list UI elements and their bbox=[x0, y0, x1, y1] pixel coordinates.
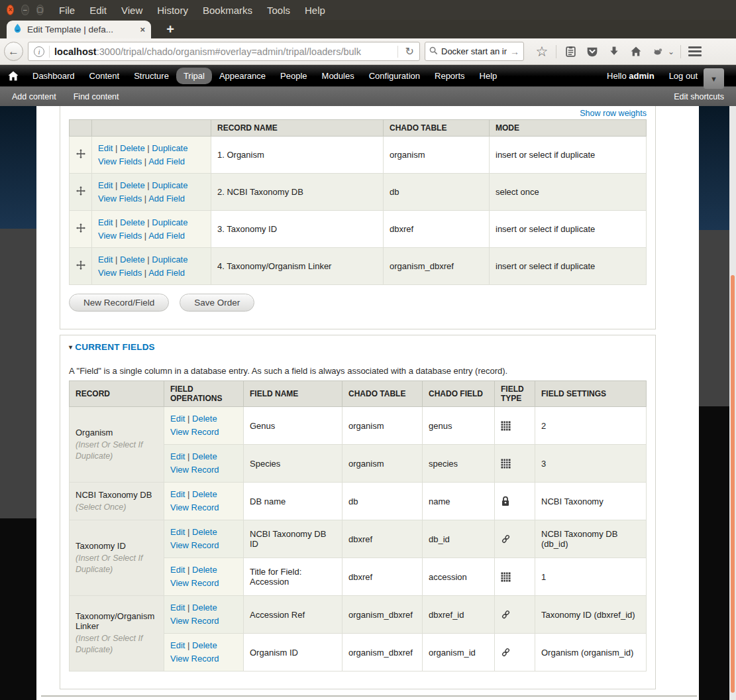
shortcut-add-content[interactable]: Add content bbox=[12, 92, 56, 101]
duplicate-link[interactable]: Duplicate bbox=[152, 217, 187, 227]
edit-link[interactable]: Edit bbox=[170, 414, 185, 424]
edit-shortcuts-link[interactable]: Edit shortcuts bbox=[674, 92, 724, 101]
url-bar[interactable]: i localhost:3000/tripal/chado/organism#o… bbox=[28, 42, 420, 61]
menu-tools[interactable]: Tools bbox=[260, 5, 297, 16]
edit-link[interactable]: Edit bbox=[170, 565, 185, 575]
save-order-button[interactable]: Save Order bbox=[180, 294, 254, 312]
delete-link[interactable]: Delete bbox=[192, 527, 217, 537]
delete-link[interactable]: Delete bbox=[120, 217, 145, 227]
toolbar-item-modules[interactable]: Modules bbox=[315, 68, 362, 84]
view-record-link[interactable]: View Record bbox=[170, 502, 219, 512]
edit-link[interactable]: Edit bbox=[98, 143, 113, 153]
new-record-field-button[interactable]: New Record/Field bbox=[69, 294, 169, 312]
edit-link[interactable]: Edit bbox=[170, 489, 185, 499]
toolbar-toggle-button[interactable]: ▼ bbox=[704, 68, 724, 89]
chevron-down-icon[interactable]: ⌄ bbox=[668, 47, 674, 56]
edit-link[interactable]: Edit bbox=[98, 217, 113, 227]
shortcut-find-content[interactable]: Find content bbox=[74, 92, 119, 101]
toolbar-item-tripal[interactable]: Tripal bbox=[176, 68, 212, 84]
view-record-link[interactable]: View Record bbox=[170, 616, 219, 626]
menu-help[interactable]: Help bbox=[297, 5, 333, 16]
delete-link[interactable]: Delete bbox=[192, 565, 217, 575]
view-record-link[interactable]: View Record bbox=[170, 427, 219, 437]
show-row-weights-link[interactable]: Show row weights bbox=[580, 109, 647, 118]
bookmarks-menu-icon[interactable] bbox=[562, 44, 578, 60]
delete-link[interactable]: Delete bbox=[120, 255, 145, 264]
edit-link[interactable]: Edit bbox=[98, 180, 113, 190]
toolbar-item-help[interactable]: Help bbox=[472, 68, 505, 84]
toolbar-item-configuration[interactable]: Configuration bbox=[362, 68, 427, 84]
add-field-link[interactable]: Add Field bbox=[148, 156, 185, 166]
tab-close-icon[interactable]: × bbox=[140, 25, 145, 34]
add-field-link[interactable]: Add Field bbox=[148, 231, 185, 241]
view-fields-link[interactable]: View Fields bbox=[98, 268, 142, 278]
drag-handle-icon[interactable] bbox=[70, 137, 92, 174]
window-maximize-button[interactable]: ▢ bbox=[36, 5, 44, 15]
toolbar-item-reports[interactable]: Reports bbox=[427, 68, 472, 84]
edit-link[interactable]: Edit bbox=[98, 255, 113, 264]
menu-edit[interactable]: Edit bbox=[82, 5, 114, 16]
toolbar-item-people[interactable]: People bbox=[273, 68, 314, 84]
edit-link[interactable]: Edit bbox=[170, 603, 185, 612]
record-row: Edit | Delete | Duplicate View Fields | … bbox=[70, 248, 647, 285]
edit-link[interactable]: Edit bbox=[170, 527, 185, 537]
admin-home-icon[interactable] bbox=[8, 71, 19, 81]
delete-link[interactable]: Delete bbox=[192, 451, 217, 461]
browser-tab[interactable]: Edit Template | defa... × bbox=[7, 21, 151, 38]
logout-link[interactable]: Log out bbox=[669, 71, 698, 81]
back-button[interactable]: ← bbox=[4, 42, 23, 61]
delete-link[interactable]: Delete bbox=[192, 603, 217, 612]
menu-history[interactable]: History bbox=[150, 5, 195, 16]
add-field-link[interactable]: Add Field bbox=[148, 194, 185, 204]
menu-file[interactable]: File bbox=[52, 5, 82, 16]
delete-link[interactable]: Delete bbox=[120, 143, 145, 153]
url-path: :3000/tripal/chado/organism#overlay=admi… bbox=[97, 46, 361, 57]
window-minimize-button[interactable]: – bbox=[21, 5, 28, 15]
home-icon[interactable] bbox=[628, 44, 644, 60]
addons-icon[interactable] bbox=[650, 44, 666, 60]
record-name-cell: 2. NCBI Taxonomy DB bbox=[211, 174, 384, 211]
menu-bookmarks[interactable]: Bookmarks bbox=[195, 5, 260, 16]
new-tab-button[interactable]: + bbox=[159, 22, 182, 38]
delete-link[interactable]: Delete bbox=[192, 640, 217, 650]
window-close-button[interactable]: × bbox=[7, 5, 14, 15]
view-record-link[interactable]: View Record bbox=[170, 654, 219, 664]
view-record-link[interactable]: View Record bbox=[170, 578, 219, 588]
toolbar-item-structure[interactable]: Structure bbox=[127, 68, 176, 84]
view-record-link[interactable]: View Record bbox=[170, 465, 219, 475]
pocket-icon[interactable] bbox=[584, 44, 600, 60]
duplicate-link[interactable]: Duplicate bbox=[152, 255, 187, 264]
download-icon[interactable] bbox=[606, 44, 622, 60]
drag-handle-icon[interactable] bbox=[70, 211, 92, 248]
search-bar[interactable]: Docker start an image → bbox=[425, 42, 524, 61]
menu-hamburger-icon[interactable] bbox=[687, 44, 703, 60]
field-operations-column-header: FIELD OPERATIONS bbox=[164, 381, 244, 407]
edit-link[interactable]: Edit bbox=[170, 451, 185, 461]
menu-view[interactable]: View bbox=[114, 5, 150, 16]
field-operations: Edit | Delete View Record bbox=[164, 407, 244, 445]
delete-link[interactable]: Delete bbox=[192, 414, 217, 424]
scrollbar-thumb[interactable] bbox=[731, 275, 735, 693]
drag-handle-icon[interactable] bbox=[70, 174, 92, 211]
search-input[interactable]: Docker start an image bbox=[441, 46, 507, 56]
view-fields-link[interactable]: View Fields bbox=[98, 194, 142, 204]
edit-link[interactable]: Edit bbox=[170, 640, 185, 650]
toolbar-item-content[interactable]: Content bbox=[82, 68, 127, 84]
delete-link[interactable]: Delete bbox=[192, 489, 217, 499]
tab-bar: Edit Template | defa... × + bbox=[0, 20, 736, 38]
duplicate-link[interactable]: Duplicate bbox=[152, 143, 187, 153]
view-fields-link[interactable]: View Fields bbox=[98, 156, 142, 166]
duplicate-link[interactable]: Duplicate bbox=[152, 180, 187, 190]
delete-link[interactable]: Delete bbox=[120, 180, 145, 190]
drag-handle-icon[interactable] bbox=[70, 248, 92, 285]
search-go-icon[interactable]: → bbox=[510, 46, 519, 57]
current-fields-legend[interactable]: ▾ CURRENT FIELDS bbox=[69, 342, 647, 352]
site-info-icon[interactable]: i bbox=[34, 46, 44, 57]
view-fields-link[interactable]: View Fields bbox=[98, 231, 142, 241]
reload-icon[interactable]: ↻ bbox=[403, 45, 414, 58]
toolbar-item-dashboard[interactable]: Dashboard bbox=[25, 68, 82, 84]
bookmark-star-icon[interactable]: ☆ bbox=[534, 44, 550, 60]
view-record-link[interactable]: View Record bbox=[170, 540, 219, 550]
add-field-link[interactable]: Add Field bbox=[148, 268, 185, 278]
toolbar-item-appearance[interactable]: Appearance bbox=[212, 68, 273, 84]
